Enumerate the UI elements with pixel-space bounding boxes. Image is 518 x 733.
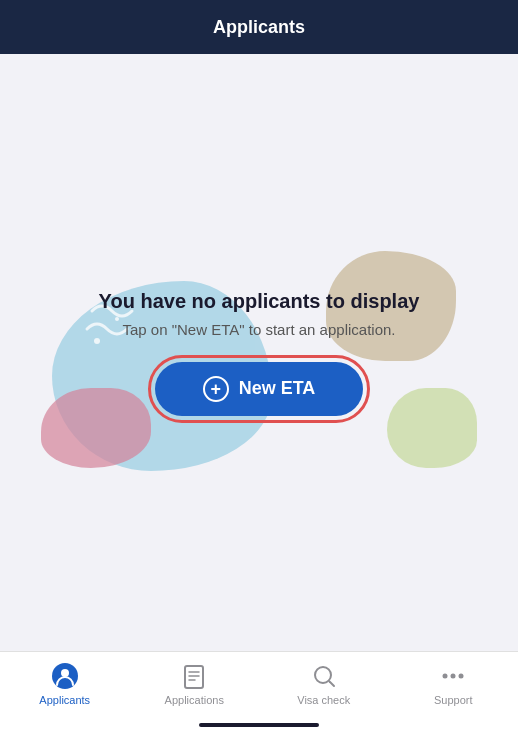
- applicants-tab-icon: [51, 662, 79, 690]
- tab-support-label: Support: [434, 694, 473, 706]
- empty-state-heading: You have no applicants to display: [99, 290, 420, 313]
- blob-green: [387, 388, 477, 468]
- app-header: Applicants: [0, 0, 518, 54]
- tab-bar: Applicants Applications Visa check: [0, 651, 518, 733]
- svg-point-8: [315, 667, 331, 683]
- tab-support[interactable]: Support: [389, 662, 519, 706]
- visa-check-tab-icon: [310, 662, 338, 690]
- svg-point-3: [61, 669, 69, 677]
- tab-applicants-label: Applicants: [39, 694, 90, 706]
- plus-circle-icon: +: [203, 376, 229, 402]
- support-tab-icon: [439, 662, 467, 690]
- new-eta-button[interactable]: + New ETA: [155, 362, 364, 416]
- new-eta-button-container: + New ETA: [155, 362, 364, 416]
- tab-applicants[interactable]: Applicants: [0, 662, 130, 706]
- svg-point-11: [451, 674, 456, 679]
- svg-point-10: [443, 674, 448, 679]
- applications-tab-icon: [180, 662, 208, 690]
- tab-visa-check[interactable]: Visa check: [259, 662, 389, 706]
- header-title: Applicants: [213, 17, 305, 38]
- svg-point-12: [459, 674, 464, 679]
- blob-pink: [41, 388, 151, 468]
- decorative-blobs: [0, 54, 518, 651]
- home-indicator: [199, 723, 319, 727]
- main-content: You have no applicants to display Tap on…: [0, 54, 518, 651]
- svg-point-0: [94, 338, 100, 344]
- empty-state-subtext: Tap on "New ETA" to start an application…: [99, 321, 420, 338]
- new-eta-button-label: New ETA: [239, 378, 316, 399]
- tab-applications[interactable]: Applications: [130, 662, 260, 706]
- svg-line-9: [329, 682, 334, 687]
- tab-visa-check-label: Visa check: [297, 694, 350, 706]
- empty-state-text: You have no applicants to display Tap on…: [99, 290, 420, 338]
- svg-rect-4: [185, 666, 203, 688]
- tab-applications-label: Applications: [165, 694, 224, 706]
